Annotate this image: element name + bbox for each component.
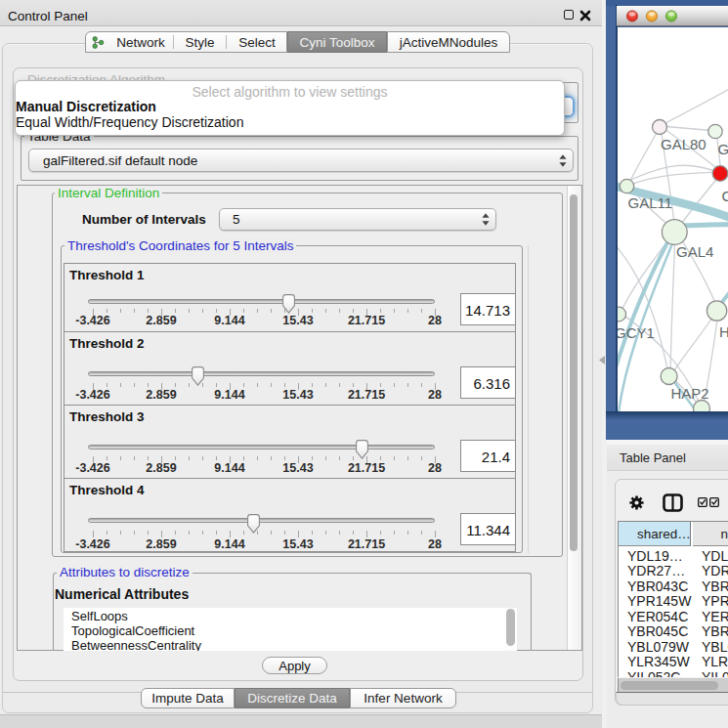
- svg-text:GAL4: GAL4: [676, 243, 713, 260]
- svg-text:HA: HA: [719, 323, 728, 340]
- svg-text:GAL7: GAL7: [718, 141, 728, 157]
- svg-text:CD: CD: [722, 188, 728, 204]
- svg-text:GAL11: GAL11: [628, 194, 673, 211]
- svg-text:HAP2: HAP2: [671, 385, 709, 402]
- svg-text:GAL80: GAL80: [661, 136, 707, 152]
- svg-text:GCY1: GCY1: [618, 324, 655, 341]
